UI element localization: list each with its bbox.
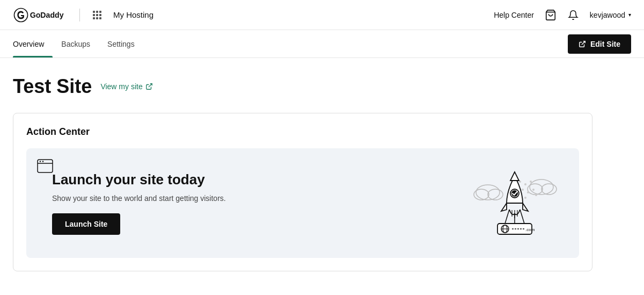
- external-link-icon: [579, 40, 586, 48]
- browser-icon: [37, 159, 53, 175]
- svg-line-3: [582, 41, 585, 44]
- logo-area: GoDaddy My Hosting: [13, 6, 153, 24]
- cart-icon[interactable]: [545, 9, 557, 21]
- notifications-icon[interactable]: [567, 9, 579, 21]
- tabs-bar: Overview Backups Settings Edit Site: [0, 30, 644, 58]
- edit-site-button[interactable]: Edit Site: [568, 34, 631, 54]
- svg-line-35: [505, 210, 509, 224]
- svg-point-20: [532, 189, 535, 191]
- action-center-card: Action Center Launch your site today Sho…: [13, 113, 592, 271]
- svg-point-16: [524, 183, 526, 185]
- tab-overview[interactable]: Overview: [13, 30, 53, 57]
- svg-text:.com: .com: [525, 227, 535, 232]
- launch-content: Launch your site today Show your site to…: [48, 171, 461, 234]
- top-navigation: GoDaddy My Hosting Help Center: [0, 0, 644, 30]
- svg-point-8: [42, 161, 43, 162]
- tab-backups[interactable]: Backups: [53, 30, 99, 57]
- svg-point-23: [535, 194, 537, 196]
- svg-line-36: [520, 210, 524, 224]
- launch-site-button[interactable]: Launch Site: [52, 213, 120, 235]
- action-center-title: Action Center: [26, 126, 579, 138]
- main-content: Test Site View my site Action Center: [0, 58, 612, 289]
- apps-grid-icon[interactable]: [93, 11, 101, 19]
- svg-point-19: [527, 191, 529, 193]
- svg-line-4: [149, 84, 152, 87]
- svg-point-7: [40, 161, 41, 162]
- external-link-small-icon: [145, 83, 153, 90]
- nav-right-area: Help Center kevjawood ▾: [494, 9, 631, 21]
- svg-point-17: [530, 181, 532, 183]
- svg-point-22: [524, 197, 526, 199]
- launch-banner: Launch your site today Show your site to…: [26, 148, 579, 258]
- user-menu[interactable]: kevjawood ▾: [590, 11, 631, 19]
- chevron-down-icon: ▾: [628, 12, 631, 18]
- view-my-site-link[interactable]: View my site: [100, 82, 152, 91]
- godaddy-logo[interactable]: GoDaddy: [13, 6, 67, 24]
- page-title-area: Test Site View my site: [13, 75, 599, 98]
- svg-point-18: [522, 189, 524, 191]
- username-label: kevjawood: [590, 11, 625, 19]
- launch-heading: Launch your site today: [52, 171, 461, 188]
- launch-subtext: Show your site to the world and start ge…: [52, 194, 461, 203]
- rocket-illustration: .com: [472, 166, 558, 241]
- nav-divider: [79, 9, 80, 21]
- tabs-list: Overview Backups Settings: [13, 30, 143, 57]
- nav-my-hosting-label: My Hosting: [113, 10, 153, 19]
- help-center-link[interactable]: Help Center: [494, 11, 534, 19]
- tab-settings[interactable]: Settings: [99, 30, 143, 57]
- page-title: Test Site: [13, 75, 92, 98]
- svg-text:GoDaddy: GoDaddy: [30, 11, 64, 19]
